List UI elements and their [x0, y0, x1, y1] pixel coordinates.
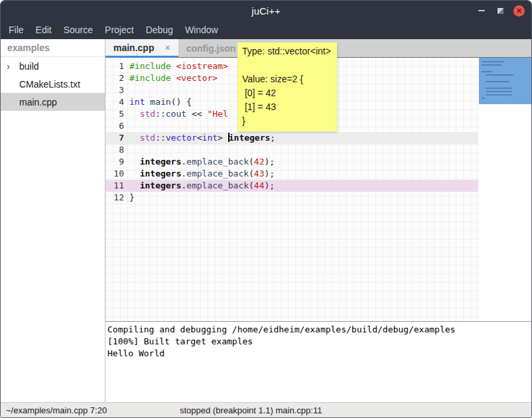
code-segment: #include — [129, 61, 171, 71]
code-line-11[interactable]: 11 integers.emplace_back(44); — [105, 180, 478, 192]
minimap-code-line — [482, 64, 501, 66]
code-segment: ); — [265, 180, 275, 190]
debug-value-tooltip: Type: std::vector<int> Value: size=2 { [… — [237, 42, 337, 131]
tree-item-label: main.cpp — [19, 97, 57, 107]
minimap-code-line — [486, 74, 513, 76]
tooltip-line: [1] = 43 — [242, 100, 332, 114]
line-number[interactable]: 9 — [105, 156, 124, 168]
code-segment: ); — [265, 157, 275, 167]
code-text: #include <vector> — [129, 72, 218, 84]
code-text: #include <iostream> — [129, 60, 228, 72]
sidebar-item-cmakelists-txt[interactable]: CMakeLists.txt — [1, 75, 105, 93]
line-number[interactable]: 6 — [105, 120, 124, 132]
code-segment: ( — [249, 169, 254, 178]
tree-item-label: build — [19, 61, 39, 72]
close-tab-icon[interactable]: × — [165, 42, 170, 53]
code-segment: ( — [249, 157, 254, 167]
code-segment: ( — [249, 180, 254, 190]
status-bar: ~/examples/main.cpp 7:20 stopped (breakp… — [1, 402, 532, 418]
code-segment — [129, 180, 140, 190]
line-number[interactable]: 3 — [105, 84, 124, 96]
sidebar-item-build[interactable]: ›build — [1, 57, 105, 75]
code-line-7[interactable]: 7 std::vector<int> integers; — [105, 132, 478, 144]
maximize-icon[interactable] — [498, 8, 503, 14]
line-number[interactable]: 4 — [105, 96, 124, 108]
minimap-code-line — [486, 88, 512, 89]
close-icon[interactable]: ✕ — [513, 5, 525, 17]
minimize-icon[interactable] — [476, 5, 488, 17]
code-segment: ; — [270, 133, 275, 143]
code-line-10[interactable]: 10 integers.emplace_back(43); — [105, 168, 478, 180]
code-text: std::cout << "Hel — [129, 108, 228, 120]
menu-item-file[interactable]: File — [9, 25, 24, 35]
tab-config-json[interactable]: config.json — [178, 39, 244, 58]
code-segment — [129, 109, 140, 119]
code-segment: ); — [265, 169, 275, 178]
code-segment: emplace_back — [186, 169, 249, 178]
window-controls: ✕ — [476, 1, 525, 21]
minimap-viewport[interactable] — [479, 58, 532, 104]
titlebar[interactable]: juCi++ ✕ — [1, 1, 531, 21]
code-segment: <vector> — [176, 73, 218, 83]
code-segment: int — [202, 133, 218, 143]
line-number[interactable]: 8 — [105, 144, 124, 156]
menu-item-project[interactable]: Project — [105, 25, 134, 35]
file-tree-panel[interactable]: examples ›buildCMakeLists.txtmain.cpp — [1, 39, 105, 402]
code-segment: cout — [166, 109, 186, 119]
sidebar-item-main-cpp[interactable]: main.cpp — [1, 93, 105, 111]
code-text: integers.emplace_back(42); — [129, 156, 275, 168]
code-segment: emplace_back — [186, 157, 249, 167]
menu-item-edit[interactable]: Edit — [36, 25, 52, 35]
status-file-position: ~/examples/main.cpp 7:20 — [6, 403, 107, 418]
console-output-line: Compiling and debugging /home/eidheim/ex… — [107, 324, 532, 336]
code-segment — [129, 133, 140, 143]
code-segment: std — [140, 109, 155, 119]
line-number[interactable]: 10 — [105, 168, 124, 180]
expander-icon[interactable]: › — [1, 60, 19, 72]
tooltip-line: [0] = 42 — [242, 86, 332, 100]
code-segment: "Hel — [207, 109, 228, 119]
debug-console[interactable]: Compiling and debugging /home/eidheim/ex… — [105, 321, 532, 402]
line-number[interactable]: 7 — [105, 132, 124, 144]
code-segment: integers — [140, 169, 182, 178]
code-segment: :: — [155, 109, 166, 119]
minimap-code-line — [486, 91, 512, 92]
code-segment: integers — [229, 133, 271, 143]
line-number[interactable]: 5 — [105, 108, 124, 120]
code-segment: } — [129, 192, 135, 202]
tooltip-line: Type: std::vector<int> — [242, 44, 332, 58]
minimap-code-line — [482, 98, 485, 99]
file-tree: ›buildCMakeLists.txtmain.cpp — [1, 57, 105, 111]
console-output-line: Hello World — [107, 348, 532, 360]
menu-item-window[interactable]: Window — [185, 25, 218, 35]
code-segment: integers — [140, 157, 182, 167]
code-segment: 44 — [254, 180, 265, 190]
code-segment — [129, 169, 140, 178]
code-segment — [129, 157, 140, 167]
code-segment: emplace_back — [186, 180, 249, 190]
minimap-code-line — [486, 81, 509, 82]
code-text: std::vector<int> integers; — [129, 132, 275, 144]
menu-item-source[interactable]: Source — [64, 25, 93, 35]
menu-bar: FileEditSourceProjectDebugWindow — [1, 21, 531, 39]
code-segment: main — [150, 97, 170, 107]
code-segment: << — [186, 109, 207, 119]
code-line-8[interactable]: 8 — [105, 144, 478, 156]
tab-main-cpp[interactable]: main.cpp× — [105, 39, 178, 58]
line-number[interactable]: 1 — [105, 60, 124, 72]
line-number[interactable]: 2 — [105, 72, 124, 84]
tab-label: config.json — [186, 43, 236, 54]
code-text: } — [129, 192, 135, 204]
code-line-12[interactable]: 12} — [105, 192, 478, 204]
menu-item-debug[interactable]: Debug — [146, 25, 173, 35]
code-segment: < — [197, 133, 202, 143]
code-segment: 42 — [254, 157, 265, 167]
line-number[interactable]: 12 — [105, 192, 124, 204]
minimap-code-line — [482, 71, 492, 72]
tooltip-line: } — [242, 114, 332, 128]
minimap-column[interactable] — [478, 58, 532, 321]
code-segment: integers — [140, 180, 182, 190]
code-segment: > — [218, 133, 228, 143]
line-number[interactable]: 11 — [105, 180, 124, 192]
code-line-9[interactable]: 9 integers.emplace_back(42); — [105, 156, 478, 168]
